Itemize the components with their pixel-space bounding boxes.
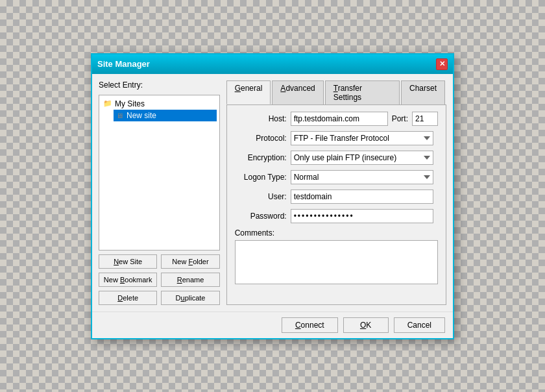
delete-button[interactable]: Delete: [99, 291, 157, 305]
right-panel: General Advanced Transfer Settings Chars…: [226, 80, 446, 305]
password-input[interactable]: [291, 209, 433, 223]
site-icon: 🖥: [115, 111, 124, 120]
host-label: Host:: [235, 114, 287, 123]
tab-content-general: Host: Port: Protocol: FTP - File Transfe…: [226, 104, 446, 305]
protocol-select[interactable]: FTP - File Transfer Protocol: [291, 131, 433, 145]
host-port-group: Port:: [291, 112, 438, 126]
protocol-label: Protocol:: [235, 134, 287, 143]
site-manager-dialog: Site Manager ✕ Select Entry: 📁 My Sites …: [91, 53, 454, 339]
connect-button[interactable]: Connect: [282, 317, 338, 333]
select-entry-label: Select Entry:: [99, 80, 220, 90]
tree-child-label: New site: [127, 111, 156, 120]
ok-button[interactable]: OK: [343, 317, 389, 333]
duplicate-button[interactable]: Duplicate: [161, 291, 219, 305]
new-bookmark-button[interactable]: New Bookmark: [99, 273, 157, 287]
comments-label: Comments:: [235, 228, 438, 238]
tree-root-label: My Sites: [115, 99, 145, 108]
tree-child-item[interactable]: 🖥 New site: [114, 110, 217, 121]
protocol-row: Protocol: FTP - File Transfer Protocol: [235, 131, 438, 145]
dialog-title: Site Manager: [97, 59, 150, 69]
button-row-2: New Bookmark Rename: [99, 273, 220, 287]
tab-charset[interactable]: Charset: [401, 80, 445, 104]
tab-advanced[interactable]: Advanced: [272, 80, 323, 104]
user-row: User:: [235, 190, 438, 204]
site-tree[interactable]: 📁 My Sites 🖥 New site: [99, 95, 220, 251]
port-input[interactable]: [412, 112, 438, 126]
password-label: Password:: [235, 212, 287, 221]
encryption-select[interactable]: Only use plain FTP (insecure): [291, 151, 433, 165]
logon-type-label: Logon Type:: [235, 173, 287, 182]
close-button[interactable]: ✕: [436, 58, 448, 70]
host-row: Host: Port:: [235, 112, 438, 126]
port-label: Port:: [392, 114, 408, 123]
dialog-body: Select Entry: 📁 My Sites 🖥 New site New …: [92, 74, 453, 312]
left-panel: Select Entry: 📁 My Sites 🖥 New site New …: [99, 80, 220, 305]
user-input[interactable]: [291, 190, 433, 204]
tab-transfer-settings[interactable]: Transfer Settings: [325, 80, 400, 104]
dialog-footer: Connect OK Cancel: [92, 312, 453, 338]
button-row-1: New Site New Folder: [99, 254, 220, 269]
comments-textarea[interactable]: [235, 240, 438, 284]
comments-area-wrap: [235, 240, 438, 286]
tree-children: 🖥 New site: [114, 110, 217, 121]
cancel-button[interactable]: Cancel: [394, 317, 445, 333]
new-site-button[interactable]: New Site: [99, 254, 157, 269]
button-row-3: Delete Duplicate: [99, 291, 220, 305]
logon-type-select[interactable]: Normal: [291, 170, 433, 184]
password-row: Password:: [235, 209, 438, 223]
encryption-label: Encryption:: [235, 153, 287, 162]
host-input[interactable]: [291, 112, 388, 126]
new-folder-button[interactable]: New Folder: [161, 254, 219, 269]
rename-button[interactable]: Rename: [161, 273, 219, 287]
tab-general[interactable]: General: [226, 80, 271, 104]
folder-icon: 📁: [103, 99, 112, 108]
logon-type-row: Logon Type: Normal: [235, 170, 438, 184]
encryption-row: Encryption: Only use plain FTP (insecure…: [235, 151, 438, 165]
tab-bar: General Advanced Transfer Settings Chars…: [226, 80, 446, 104]
title-bar: Site Manager ✕: [92, 55, 453, 74]
user-label: User:: [235, 192, 287, 201]
tree-root-item[interactable]: 📁 My Sites: [102, 98, 217, 110]
